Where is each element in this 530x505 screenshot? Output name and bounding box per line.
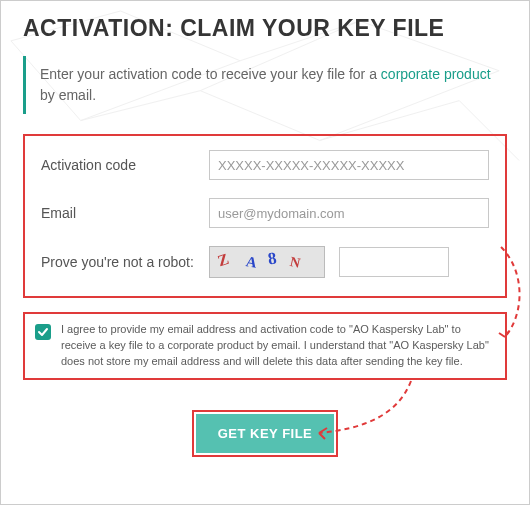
activation-code-label: Activation code: [41, 156, 209, 174]
consent-text: I agree to provide my email address and …: [61, 322, 495, 370]
activation-code-input[interactable]: [209, 150, 489, 180]
submit-button-highlight: GET KEY FILE: [192, 410, 339, 457]
email-input[interactable]: [209, 198, 489, 228]
captcha-input[interactable]: [339, 247, 449, 277]
intro-suffix: by email.: [40, 87, 96, 103]
captcha-image: ZA8N: [209, 246, 325, 278]
consent-box: I agree to provide my email address and …: [23, 312, 507, 380]
get-key-file-button[interactable]: GET KEY FILE: [196, 414, 335, 453]
email-label: Email: [41, 204, 209, 222]
activation-form: Activation code Email Prove you're not a…: [23, 134, 507, 298]
captcha-label: Prove you're not a robot:: [41, 253, 209, 271]
corporate-product-link[interactable]: corporate product: [381, 66, 491, 82]
page-title: ACTIVATION: CLAIM YOUR KEY FILE: [23, 15, 507, 42]
intro-text: Enter your activation code to receive yo…: [23, 56, 507, 114]
consent-checkbox[interactable]: [35, 324, 51, 340]
intro-prefix: Enter your activation code to receive yo…: [40, 66, 381, 82]
